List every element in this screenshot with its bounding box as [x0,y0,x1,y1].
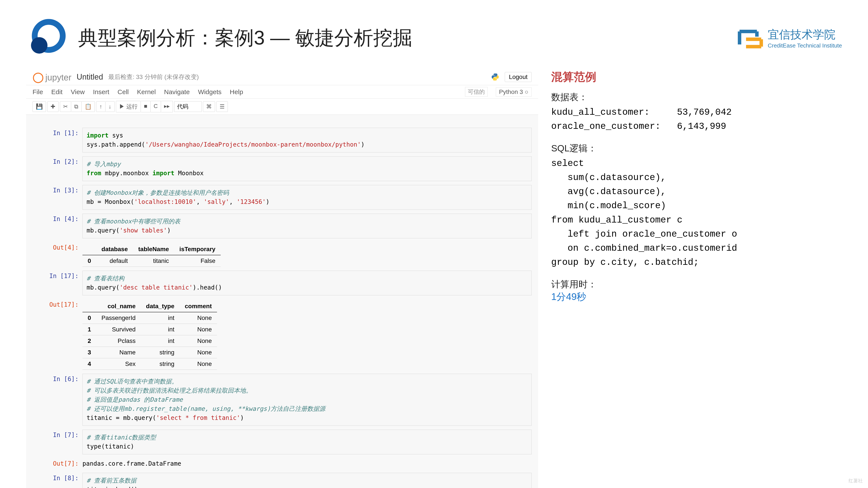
code-input[interactable]: # 查看前五条数据 titanic.head() [83,473,532,488]
code-input[interactable]: # 导入mbpy from mbpy.moonbox import Moonbo… [83,156,532,181]
toolbar: 💾 ✚ ✂ ⧉ 📋 ↑ ↓ ▶ 运行 ■ C ▸▸ 代码 ⌘ [26,99,538,115]
menu-navigate[interactable]: Navigate [164,88,190,96]
checkpoint-text: 最后检查: 33 分钟前 (未保存改变) [108,73,199,81]
prompt-in: In [17]: [39,271,83,295]
prompt-in: In [7]: [39,430,83,454]
logout-button[interactable]: Logout [505,72,532,82]
prompt-out: Out[17]: [39,299,83,370]
tables-block: kudu_all_customer: 53,769,042 oracle_one… [551,105,842,134]
code-input[interactable]: import sys sys.path.append('/Users/wangh… [83,128,532,153]
slide-title: 典型案例分析：案例3 — 敏捷分析挖掘 [78,25,737,51]
prompt-in: In [2]: [39,156,83,181]
notebook-body: In [1]: import sys sys.path.append('/Use… [26,115,538,488]
jupyter-header: ◯jupyter Untitled 最后检查: 33 分钟前 (未保存改变) L… [26,67,538,85]
prompt-in: In [6]: [39,374,83,426]
brand-name-cn: 宜信技术学院 [768,27,842,42]
kernel-indicator[interactable]: Python 3 ○ [496,88,532,97]
time-label: 计算用时： [551,278,842,290]
code-cell[interactable]: In [7]: # 查看titanic数据类型 type(titanic) [39,430,532,454]
menu-bar: File Edit View Insert Cell Kernel Naviga… [26,85,538,99]
brand-name-en: CreditEase Technical Institute [768,42,842,49]
move-up-button[interactable]: ↑ [96,101,105,112]
menu-insert[interactable]: Insert [93,88,110,96]
celltype-select[interactable]: 代码 [174,101,202,112]
code-cell[interactable]: In [17]: # 查看表结构 mb.query('desc table ti… [39,271,532,295]
sql-block: select sum(c.datasource), avg(c.datasour… [551,157,842,269]
add-cell-button[interactable]: ✚ [47,101,59,112]
output-cell: Out[17]: col_namedata_typecomment 0Passe… [39,299,532,370]
prompt-in: In [3]: [39,185,83,210]
brand-logo: 宜信技术学院 CreditEase Technical Institute [737,27,842,49]
menu-widgets[interactable]: Widgets [198,88,221,96]
table-row: 1SurvivedintNone [83,324,217,335]
output-table: col_namedata_typecomment 0PassengerIdint… [83,301,217,370]
code-input[interactable]: # 查看moonbox中有哪些可用的表 mb.query('show table… [83,214,532,238]
run-button[interactable]: ▶ 运行 [116,101,141,112]
save-button[interactable]: 💾 [33,101,46,112]
cell-toolbar-button[interactable]: ☰ [216,101,228,112]
slide-header: 典型案例分析：案例3 — 敏捷分析挖掘 宜信技术学院 CreditEase Te… [0,0,868,67]
stop-button[interactable]: ■ [141,101,151,112]
code-cell[interactable]: In [1]: import sys sys.path.append('/Use… [39,128,532,153]
command-palette-button[interactable]: ⌘ [203,101,215,112]
code-input[interactable]: # 查看表结构 mb.query('desc table titanic').h… [83,271,532,295]
time-value: 1分49秒 [551,290,842,303]
code-cell[interactable]: In [4]: # 查看moonbox中有哪些可用的表 mb.query('sh… [39,214,532,238]
watermark: 红薯社 [848,478,863,484]
restart-button[interactable]: C [151,101,161,112]
info-panel: 混算范例 数据表： kudu_all_customer: 53,769,042 … [551,67,842,488]
code-input[interactable]: # 通过SQL语句查表中查询数据。 # 可以多表关联进行数据清洗和处理之后将结果… [83,374,532,426]
code-cell[interactable]: In [3]: # 创建Moonbox对象，参数是连接地址和用户名密码 mb =… [39,185,532,210]
notebook-title[interactable]: Untitled [76,72,103,82]
sql-label: SQL逻辑： [551,142,842,155]
table-row: 3NamestringNone [83,347,217,358]
paste-button[interactable]: 📋 [82,101,95,112]
copy-button[interactable]: ⧉ [71,101,82,112]
menu-kernel[interactable]: Kernel [137,88,156,96]
jupyter-logo: ◯jupyter [33,71,71,83]
python-icon [491,73,499,82]
table-row: 2PclassintNone [83,335,217,347]
prompt-in: In [1]: [39,128,83,153]
jupyter-notebook: ◯jupyter Untitled 最后检查: 33 分钟前 (未保存改变) L… [26,67,538,488]
output-cell: Out[7]: pandas.core.frame.DataFrame [39,458,532,469]
move-down-button[interactable]: ↓ [105,101,115,112]
prompt-out: Out[4]: [39,242,83,267]
table-row: 0PassengerIdintNone [83,312,217,324]
svg-point-1 [31,37,48,54]
table-row: 4SexstringNone [83,358,217,370]
code-input[interactable]: # 查看titanic数据类型 type(titanic) [83,430,532,454]
code-cell[interactable]: In [8]: # 查看前五条数据 titanic.head() [39,473,532,488]
menu-help[interactable]: Help [230,88,243,96]
code-input[interactable]: # 创建Moonbox对象，参数是连接地址和用户名密码 mb = Moonbox… [83,185,532,210]
output-table: databasetableNameisTemporary 0defaulttit… [83,243,221,267]
cut-button[interactable]: ✂ [60,101,71,112]
prompt-in: In [8]: [39,473,83,488]
prompt-in: In [4]: [39,214,83,238]
output-text: pandas.core.frame.DataFrame [83,458,532,469]
code-cell[interactable]: In [2]: # 导入mbpy from mbpy.moonbox impor… [39,156,532,181]
run-all-button[interactable]: ▸▸ [161,101,173,112]
table-row: 0defaulttitanicFalse [83,255,221,267]
prompt-out: Out[7]: [39,458,83,469]
brand-icon [737,27,764,49]
menu-view[interactable]: View [71,88,85,96]
output-cell: Out[4]: databasetableNameisTemporary 0de… [39,242,532,267]
code-cell[interactable]: In [6]: # 通过SQL语句查表中查询数据。 # 可以多表关联进行数据清洗… [39,374,532,426]
logo-icon [26,18,67,59]
menu-file[interactable]: File [33,88,43,96]
menu-edit[interactable]: Edit [51,88,62,96]
menu-cell[interactable]: Cell [118,88,129,96]
trusted-indicator[interactable]: 可信的 [465,87,488,97]
info-heading: 混算范例 [551,69,842,85]
tables-label: 数据表： [551,91,842,103]
